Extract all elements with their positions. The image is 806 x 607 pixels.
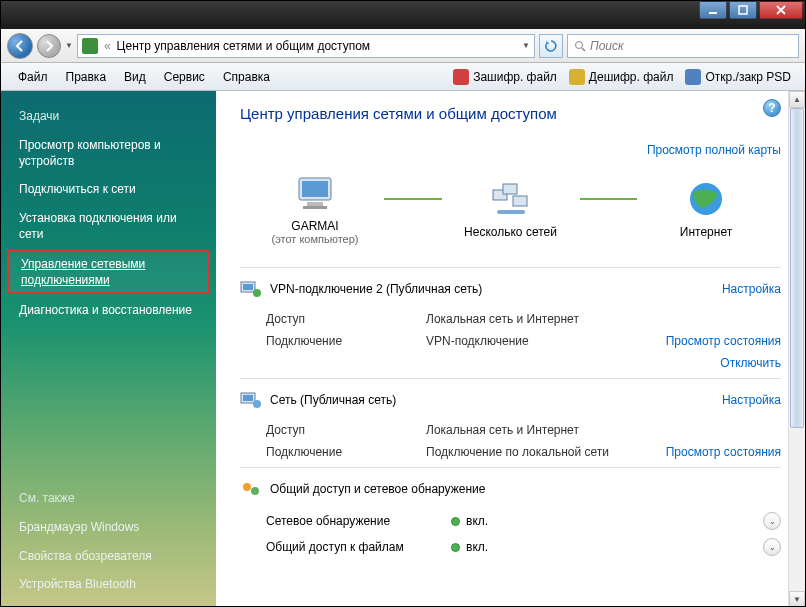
forward-button[interactable] xyxy=(37,34,61,58)
network-title: Сеть (Публичная сеть) xyxy=(270,393,396,407)
history-dropdown-icon[interactable]: ▼ xyxy=(65,41,73,50)
sidebar-heading: Задачи xyxy=(1,105,216,131)
svg-rect-9 xyxy=(513,196,527,206)
svg-rect-7 xyxy=(303,206,327,209)
scroll-thumb[interactable] xyxy=(790,108,804,428)
view-status-link[interactable]: Просмотр состояния xyxy=(666,445,781,459)
svg-point-15 xyxy=(253,289,261,297)
refresh-button[interactable] xyxy=(539,34,563,58)
node-internet: Интернет xyxy=(641,180,771,239)
encrypt-file-button[interactable]: Зашифр. файл xyxy=(447,67,563,87)
see-also-browser[interactable]: Свойства обозревателя xyxy=(1,542,216,570)
globe-icon xyxy=(684,180,728,218)
tasks-sidebar: Задачи Просмотр компьютеров и устройств … xyxy=(1,91,216,607)
maximize-button[interactable] xyxy=(729,1,757,19)
network-center-icon xyxy=(82,38,98,54)
row-label: Доступ xyxy=(266,423,426,437)
filesharing-label: Общий доступ к файлам xyxy=(266,540,451,554)
sharing-section: Общий доступ и сетевое обнаружение Сетев… xyxy=(240,467,781,564)
menu-service[interactable]: Сервис xyxy=(155,68,214,86)
menu-bar: Файл Правка Вид Сервис Справка Зашифр. ф… xyxy=(1,63,805,91)
network-title: VPN-подключение 2 (Публичная сеть) xyxy=(270,282,482,296)
sharing-icon xyxy=(240,480,262,498)
network-icon xyxy=(240,391,262,409)
expand-button[interactable]: ⌄ xyxy=(763,512,781,530)
connection-line xyxy=(384,198,442,200)
network-section-vpn: VPN-подключение 2 (Публичная сеть) Настр… xyxy=(240,267,781,378)
discovery-label: Сетевое обнаружение xyxy=(266,514,451,528)
help-button[interactable]: ? xyxy=(763,99,781,117)
decrypt-file-button[interactable]: Дешифр. файл xyxy=(563,67,680,87)
close-button[interactable] xyxy=(759,1,803,19)
node-computer-name: GARMAI xyxy=(250,219,380,233)
view-full-map-link[interactable]: Просмотр полной карты xyxy=(647,143,781,157)
network-section-lan: Сеть (Публичная сеть) Настройка Доступ Л… xyxy=(240,378,781,467)
sidebar-item-view-computers[interactable]: Просмотр компьютеров и устройств xyxy=(1,131,216,175)
status-dot-on xyxy=(451,543,460,552)
menu-help[interactable]: Справка xyxy=(214,68,279,86)
row-label: Подключение xyxy=(266,334,426,370)
disconnect-link[interactable]: Отключить xyxy=(666,356,781,370)
svg-rect-0 xyxy=(709,12,717,14)
page-title: Центр управления сетями и общим доступом xyxy=(240,105,781,122)
computer-icon xyxy=(293,174,337,212)
node-networks: Несколько сетей xyxy=(446,180,576,239)
see-also-firewall[interactable]: Брандмауэр Windows xyxy=(1,513,216,541)
sidebar-item-setup-connection[interactable]: Установка подключения или сети xyxy=(1,204,216,248)
content-pane: ? Центр управления сетями и общим доступ… xyxy=(216,91,805,607)
address-bar[interactable]: « Центр управления сетями и общим доступ… xyxy=(77,34,535,58)
address-text: Центр управления сетями и общим доступом xyxy=(117,39,371,53)
lock-red-icon xyxy=(453,69,469,85)
back-button[interactable] xyxy=(7,33,33,59)
svg-rect-6 xyxy=(307,202,323,206)
scroll-down-button[interactable]: ▼ xyxy=(789,591,805,607)
network-map: GARMAI (этот компьютер) Несколько сетей … xyxy=(240,166,781,267)
status-dot-on xyxy=(451,517,460,526)
open-close-psd-button[interactable]: Откр./закр PSD xyxy=(679,67,797,87)
svg-point-2 xyxy=(576,41,583,48)
svg-rect-14 xyxy=(243,284,253,290)
row-label: Доступ xyxy=(266,312,426,326)
search-box[interactable]: Поиск xyxy=(567,34,799,58)
svg-rect-1 xyxy=(739,6,747,14)
svg-line-3 xyxy=(582,48,585,51)
network-icon xyxy=(240,280,262,298)
sidebar-item-diagnose[interactable]: Диагностика и восстановление xyxy=(1,296,216,324)
search-icon xyxy=(574,40,586,52)
network-config-link[interactable]: Настройка xyxy=(722,282,781,296)
node-this-computer: GARMAI (этот компьютер) xyxy=(250,174,380,245)
svg-point-18 xyxy=(253,400,261,408)
svg-rect-11 xyxy=(497,210,525,214)
scroll-up-button[interactable]: ▲ xyxy=(789,91,805,108)
svg-point-19 xyxy=(243,483,251,491)
lock-yellow-icon xyxy=(569,69,585,85)
network-config-link[interactable]: Настройка xyxy=(722,393,781,407)
row-value: Локальная сеть и Интернет xyxy=(426,423,781,437)
search-placeholder: Поиск xyxy=(590,39,624,53)
sidebar-item-manage-connections[interactable]: Управление сетевыми подключениями xyxy=(7,250,210,294)
menu-view[interactable]: Вид xyxy=(115,68,155,86)
window-titlebar xyxy=(1,1,805,29)
node-computer-sub: (этот компьютер) xyxy=(250,233,380,245)
menu-edit[interactable]: Правка xyxy=(57,68,116,86)
minimize-button[interactable] xyxy=(699,1,727,19)
connection-line xyxy=(580,198,638,200)
row-value: Локальная сеть и Интернет xyxy=(426,312,781,326)
svg-point-20 xyxy=(251,487,259,495)
menu-file[interactable]: Файл xyxy=(9,68,57,86)
see-also-heading: См. также xyxy=(1,487,216,513)
discovery-value: вкл. xyxy=(466,514,488,528)
address-dropdown-icon[interactable]: ▼ xyxy=(522,41,530,50)
row-value: VPN-подключение xyxy=(426,334,666,370)
vertical-scrollbar[interactable]: ▲ ▼ xyxy=(788,91,805,607)
view-status-link[interactable]: Просмотр состояния xyxy=(666,334,781,348)
networks-icon xyxy=(489,180,533,218)
expand-button[interactable]: ⌄ xyxy=(763,538,781,556)
see-also-bluetooth[interactable]: Устройства Bluetooth xyxy=(1,570,216,598)
sharing-title: Общий доступ и сетевое обнаружение xyxy=(270,482,485,496)
navigation-bar: ▼ « Центр управления сетями и общим дост… xyxy=(1,29,805,63)
sidebar-item-connect-network[interactable]: Подключиться к сети xyxy=(1,175,216,203)
folder-icon xyxy=(685,69,701,85)
filesharing-value: вкл. xyxy=(466,540,488,554)
node-internet-name: Интернет xyxy=(641,225,771,239)
